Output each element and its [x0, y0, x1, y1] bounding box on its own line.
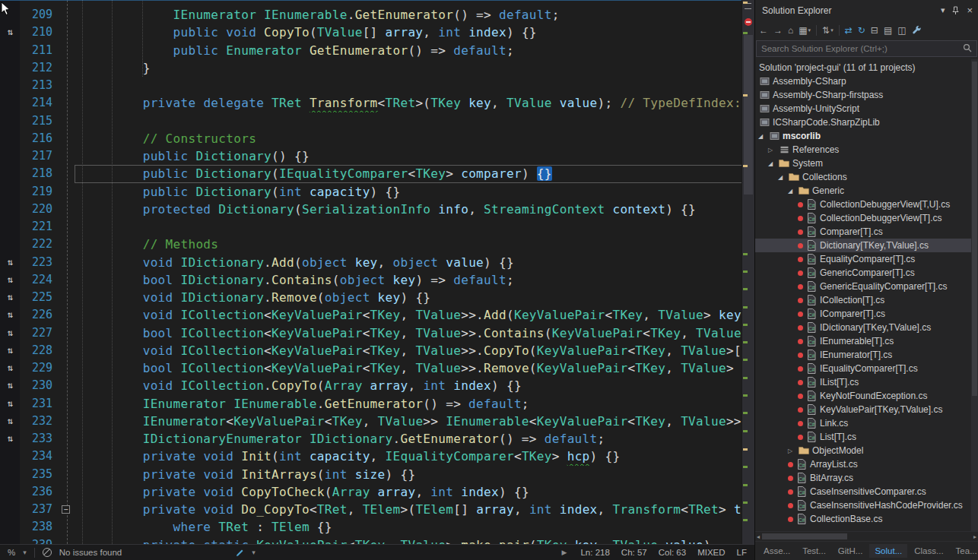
override-implement-icon[interactable]: ⇅: [0, 324, 20, 342]
tree-item[interactable]: C#IEqualityComparer[T].cs: [755, 362, 978, 375]
tree-item[interactable]: Solution 'project-gui' (11 of 11 project…: [755, 61, 978, 74]
override-implement-icon[interactable]: ⇅: [0, 24, 20, 41]
glyph-margin-cell[interactable]: [0, 94, 20, 112]
tree-item[interactable]: ◢mscorlib: [755, 129, 978, 143]
tree-hscroll-thumb[interactable]: [762, 533, 847, 539]
tool-window-tab[interactable]: GitH...: [833, 544, 868, 558]
sync-with-active-document-icon[interactable]: ⇄: [845, 25, 853, 36]
glyph-margin-cell[interactable]: [0, 42, 20, 59]
tree-item[interactable]: C#IDictionary[TKey,TValue].cs: [755, 321, 978, 334]
file-health-error-icon[interactable]: [745, 18, 752, 26]
glyph-margin-cell[interactable]: [0, 518, 20, 536]
tree-horizontal-scrollbar[interactable]: ◂ ▸: [755, 531, 978, 541]
tree-item[interactable]: Assembly-UnityScript: [755, 102, 978, 115]
glyph-margin-cell[interactable]: [0, 201, 20, 218]
splitter-grip-icon[interactable]: [745, 3, 751, 9]
override-implement-icon[interactable]: ⇅: [0, 306, 20, 324]
glyph-margin-cell[interactable]: [0, 536, 20, 545]
tree-item[interactable]: C#Dictionary[TKey,TValue].cs: [755, 239, 978, 252]
tree-item[interactable]: ▷References: [755, 143, 978, 157]
close-icon[interactable]: ×: [967, 5, 973, 16]
highlight-pen-icon[interactable]: [236, 549, 244, 557]
glyph-margin-cell[interactable]: [0, 448, 20, 465]
tree-item[interactable]: C#KeyNotFoundException.cs: [755, 389, 978, 403]
chevron-expanded-icon[interactable]: ◢: [758, 133, 768, 140]
tool-window-tab[interactable]: Test...: [797, 544, 831, 558]
status-char[interactable]: Ch: 57: [621, 548, 647, 557]
tool-window-tab[interactable]: Tea...: [951, 544, 978, 558]
hscroll-right-arrow-icon[interactable]: ▶: [562, 549, 567, 556]
override-implement-icon[interactable]: ⇅: [0, 289, 20, 306]
tree-item[interactable]: C#CaseInsensitiveHashCodeProvider.cs: [755, 498, 978, 512]
tree-item[interactable]: C#IEnumerable[T].cs: [755, 334, 978, 348]
override-implement-icon[interactable]: ⇅: [0, 377, 20, 394]
glyph-margin-cell[interactable]: [0, 165, 20, 182]
tree-item[interactable]: ICSharpCode.SharpZipLib: [755, 115, 978, 129]
hscroll-left-icon[interactable]: ◂: [757, 533, 760, 540]
status-indent-mode[interactable]: MIXED: [697, 548, 725, 557]
tree-item[interactable]: Assembly-CSharp: [755, 74, 978, 88]
tree-item[interactable]: C#GenericEqualityComparer[T].cs: [755, 280, 978, 293]
tree-item[interactable]: C#CollectionBase.cs: [755, 512, 978, 526]
chevron-collapsed-icon[interactable]: ▷: [788, 448, 798, 454]
tree-item[interactable]: ▷ObjectModel: [755, 444, 978, 457]
chevron-expanded-icon[interactable]: ◢: [788, 188, 798, 195]
glyph-margin-cell[interactable]: [0, 112, 20, 130]
glyph-margin-cell[interactable]: [0, 483, 20, 501]
tree-item[interactable]: C#ArrayList.cs: [755, 457, 978, 471]
tree-vertical-scrollbar[interactable]: [971, 59, 978, 531]
code-editor[interactable]: 209IEnumerator IEnumerable.GetEnumerator…: [0, 0, 754, 544]
chevron-collapsed-icon[interactable]: ▷: [768, 147, 778, 153]
tree-item[interactable]: ◢Collections: [755, 170, 978, 184]
status-line[interactable]: Ln: 218: [580, 548, 609, 557]
tree-item[interactable]: ◢Generic: [755, 184, 978, 198]
properties-icon[interactable]: ◫: [897, 25, 906, 36]
tree-item[interactable]: C#IEnumerator[T].cs: [755, 348, 978, 362]
tree-item[interactable]: C#IComparer[T].cs: [755, 307, 978, 321]
zoom-caret-icon[interactable]: ▾: [23, 549, 27, 556]
scrollbar-thumb[interactable]: [744, 35, 753, 195]
editor-vertical-scrollbar[interactable]: [741, 0, 754, 544]
glyph-margin-cell[interactable]: [0, 501, 20, 518]
tree-item[interactable]: C#List[T].cs: [755, 430, 978, 444]
pin-icon[interactable]: [951, 6, 960, 15]
tool-window-tab[interactable]: Asse...: [758, 544, 795, 558]
home-icon[interactable]: ⌂: [788, 25, 793, 36]
wrench-icon[interactable]: [912, 25, 922, 35]
override-implement-icon[interactable]: ⇅: [0, 430, 20, 448]
override-implement-icon[interactable]: ⇅: [0, 413, 20, 430]
override-implement-icon[interactable]: ⇅: [0, 254, 20, 271]
hscroll-right-icon[interactable]: ▸: [973, 533, 976, 540]
tree-item[interactable]: ◢System: [755, 157, 978, 170]
override-implement-icon[interactable]: ⇅: [0, 342, 20, 359]
glyph-margin-cell[interactable]: [0, 77, 20, 94]
glyph-margin-cell[interactable]: [0, 236, 20, 253]
tree-item[interactable]: C#KeyValuePair[TKey,TValue].cs: [755, 403, 978, 416]
fold-collapse-icon[interactable]: −: [62, 505, 70, 514]
highlight-caret-icon[interactable]: ▾: [252, 549, 256, 556]
override-implement-icon[interactable]: ⇅: [0, 395, 20, 413]
glyph-margin-cell[interactable]: [0, 218, 20, 236]
tree-item[interactable]: C#EqualityComparer[T].cs: [755, 252, 978, 266]
tree-item[interactable]: C#CaseInsensitiveComparer.cs: [755, 485, 978, 498]
chevron-expanded-icon[interactable]: ◢: [778, 174, 788, 181]
tree-item[interactable]: C#Link.cs: [755, 416, 978, 430]
refresh-icon[interactable]: ↻: [858, 25, 865, 36]
tool-window-tab[interactable]: Class...: [909, 544, 948, 558]
override-implement-icon[interactable]: ⇅: [0, 271, 20, 289]
glyph-margin-cell[interactable]: [0, 183, 20, 201]
glyph-margin-cell[interactable]: [0, 130, 20, 147]
search-icon[interactable]: [963, 43, 972, 52]
override-implement-icon[interactable]: ⇅: [0, 359, 20, 377]
status-line-ending[interactable]: LF: [737, 548, 747, 557]
tree-item[interactable]: C#ICollection[T].cs: [755, 293, 978, 307]
forward-icon[interactable]: →: [773, 25, 783, 36]
zoom-control[interactable]: %: [8, 548, 15, 557]
tree-item[interactable]: C#CollectionDebuggerView[T,U].cs: [755, 198, 978, 211]
tree-item[interactable]: C#Comparer[T].cs: [755, 225, 978, 239]
tree-item[interactable]: C#GenericComparer[T].cs: [755, 266, 978, 280]
tree-item[interactable]: C#IList[T].cs: [755, 375, 978, 389]
issues-status[interactable]: No issues found: [59, 548, 122, 557]
tree-item[interactable]: Assembly-CSharp-firstpass: [755, 88, 978, 102]
show-all-files-icon[interactable]: ▤: [884, 25, 892, 36]
